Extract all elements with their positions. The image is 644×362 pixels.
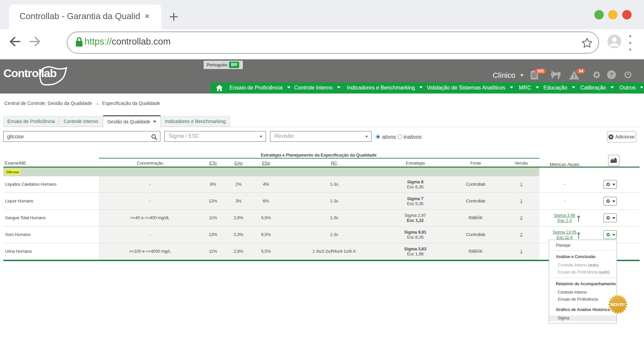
svg-text:?: ?	[609, 71, 613, 78]
svg-text:NOVO!: NOVO!	[611, 302, 625, 307]
